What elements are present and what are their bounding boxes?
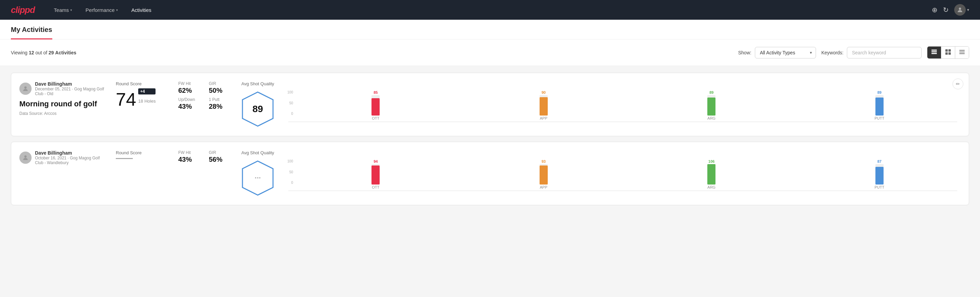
- avg-shot-quality-label: Avg Shot Quality: [242, 81, 274, 86]
- bar-putt: 87 PUTT: [798, 160, 961, 189]
- bar-arg: 89 ARG: [630, 90, 793, 120]
- stat-gir: GIR 56%: [209, 150, 232, 163]
- bar-ott: 85 OTT: [294, 90, 457, 120]
- bar-putt-value: 87: [877, 160, 881, 163]
- refresh-icon[interactable]: ↻: [943, 6, 949, 14]
- page-header: My Activities: [0, 20, 980, 40]
- stats-section: FW Hit 62% GIR 50% Up/Down 43% 1 Putt 28…: [178, 81, 232, 110]
- profile-menu[interactable]: ▾: [954, 4, 969, 16]
- stat-gir-value: 50%: [209, 87, 232, 94]
- round-score-label: Round Score: [116, 81, 170, 86]
- bar-arg-track: [707, 164, 716, 185]
- bar-app-label: APP: [540, 116, 547, 120]
- nav-item-teams[interactable]: Teams ▾: [49, 5, 78, 16]
- stat-1putt-value: 28%: [209, 103, 232, 110]
- bar-putt-fill: [875, 97, 884, 115]
- stat-gir-value: 56%: [209, 156, 232, 163]
- svg-rect-1: [931, 50, 937, 51]
- data-source: Data Source: Arccos: [19, 111, 108, 116]
- y-label-0: 0: [285, 112, 293, 115]
- bar-putt: 89 PUTT: [798, 90, 961, 120]
- view-list-small-button[interactable]: [955, 46, 969, 59]
- round-title: Morning round of golf: [19, 99, 108, 109]
- bar-arg-fill: [707, 97, 716, 115]
- stat-updown-value: 43%: [178, 103, 202, 110]
- show-filter-group: Show: All Activity Types: [738, 47, 816, 59]
- stat-gir-label: GIR: [209, 81, 232, 86]
- svg-rect-5: [948, 49, 951, 52]
- stat-1putt: 1 Putt 28%: [209, 97, 232, 110]
- bar-app-fill: [539, 97, 548, 115]
- bar-putt-track: [875, 164, 884, 185]
- y-label-50: 50: [285, 170, 293, 174]
- card-info: Dave Billingham December 05, 2021 · Gog …: [19, 81, 108, 116]
- show-label: Show:: [738, 50, 751, 55]
- app-logo[interactable]: clippd: [11, 5, 35, 15]
- bar-app-track: [539, 164, 548, 185]
- bar-app-track: [539, 95, 548, 115]
- svg-rect-6: [945, 52, 948, 55]
- bar-arg-fill: [707, 164, 716, 185]
- bar-ott-fill: [371, 166, 380, 185]
- y-label-100: 100: [285, 160, 293, 163]
- performance-chevron-icon: ▾: [116, 8, 118, 12]
- nav-right: ⊕ ↻ ▾: [932, 4, 969, 16]
- activity-type-select[interactable]: All Activity Types: [755, 47, 816, 59]
- user-info: Dave Billingham October 16, 2021 · Gog M…: [35, 150, 108, 165]
- user-row: Dave Billingham October 16, 2021 · Gog M…: [19, 150, 108, 165]
- stat-gir-label: GIR: [209, 150, 232, 155]
- nav-item-activities[interactable]: Activities: [126, 5, 157, 16]
- stat-1putt-label: 1 Putt: [209, 97, 232, 102]
- bar-ott-fill: [371, 98, 380, 115]
- bar-ott-value: 85: [374, 90, 378, 94]
- activity-card: Dave Billingham October 16, 2021 · Gog M…: [11, 142, 969, 205]
- bar-arg: 106 ARG: [630, 160, 793, 189]
- hex-score: ···: [255, 174, 261, 182]
- search-input[interactable]: [847, 47, 921, 59]
- bar-ott-track: [371, 164, 380, 185]
- activities-list: ✏ Dave Billingham December 05, 2021 · Go…: [0, 66, 980, 217]
- viewing-suffix: Activities: [55, 50, 76, 55]
- bar-chart-2: 100 50 0 94 OTT 93: [285, 156, 961, 191]
- bar-app: 93 APP: [463, 160, 625, 189]
- score-partial: [116, 157, 133, 159]
- svg-rect-2: [931, 51, 937, 52]
- svg-rect-8: [959, 50, 965, 51]
- profile-chevron-icon: ▾: [967, 8, 969, 12]
- bar-putt-fill: [875, 167, 884, 185]
- y-label-0: 0: [285, 181, 293, 185]
- bar-putt-label: PUTT: [874, 116, 884, 120]
- stat-fw-hit-value: 43%: [178, 156, 202, 163]
- user-row: Dave Billingham December 05, 2021 · Gog …: [19, 81, 108, 96]
- chart-x-line: [288, 121, 957, 122]
- user-info: Dave Billingham December 05, 2021 · Gog …: [35, 81, 108, 96]
- bar-app-label: APP: [540, 185, 547, 189]
- card-info: Dave Billingham October 16, 2021 · Gog M…: [19, 150, 108, 168]
- add-icon[interactable]: ⊕: [932, 6, 937, 14]
- edit-button[interactable]: ✏: [953, 78, 963, 89]
- bar-putt-value: 89: [877, 90, 881, 94]
- chart-x-line: [288, 191, 957, 191]
- bar-arg-label: ARG: [707, 185, 716, 189]
- user-avatar: [19, 83, 32, 95]
- svg-rect-7: [948, 52, 951, 55]
- svg-point-11: [24, 86, 27, 89]
- bar-ott-label: OTT: [372, 185, 379, 189]
- score-big: 74 +4 18 Holes: [116, 88, 170, 109]
- view-list-large-button[interactable]: [928, 46, 941, 59]
- hex-score: 89: [252, 104, 263, 115]
- view-grid-button[interactable]: [941, 46, 955, 59]
- round-score-label: Round Score: [116, 150, 170, 155]
- hex-quality-container: ···: [241, 160, 275, 197]
- nav-item-performance[interactable]: Performance ▾: [80, 5, 123, 16]
- bar-app-value: 93: [542, 160, 546, 163]
- svg-point-0: [959, 8, 961, 10]
- y-label-100: 100: [285, 90, 293, 94]
- bar-app-value: 90: [542, 90, 546, 94]
- score-section: Round Score 74 +4 18 Holes: [116, 81, 170, 109]
- teams-chevron-icon: ▾: [70, 8, 72, 12]
- bar-app: 90 APP: [463, 90, 625, 120]
- stat-updown: Up/Down 43%: [178, 97, 202, 110]
- avatar[interactable]: [954, 4, 966, 16]
- user-name: Dave Billingham: [35, 150, 108, 156]
